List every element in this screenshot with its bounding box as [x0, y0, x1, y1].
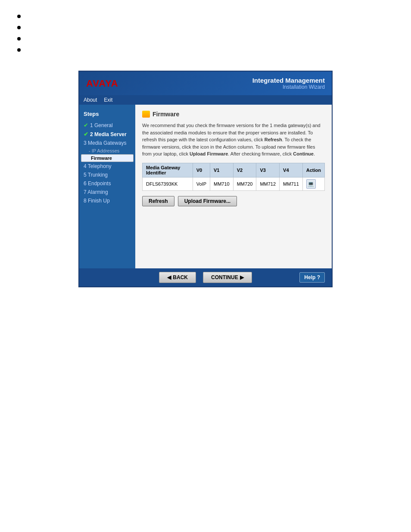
help-button[interactable]: Help ?: [299, 272, 325, 283]
desc-continue-bold: Continue: [293, 151, 314, 156]
table-row: DFLS67393KK VoIP MM710 MM720 MM712 MM711…: [143, 177, 325, 190]
check-icon-1: ✔: [84, 122, 88, 128]
cell-v0: VoIP: [193, 177, 210, 190]
substep-firmware-label: Firmware: [91, 156, 112, 161]
wizard-container: AVAYA Integrated Management Installation…: [78, 71, 333, 287]
continue-label: CONTINUE: [211, 274, 238, 280]
step-3-label: 3 Media Gateways: [84, 140, 126, 146]
wizard-header: AVAYA Integrated Management Installation…: [79, 72, 332, 95]
bullet-item-2: [17, 24, 394, 29]
avaya-logo: AVAYA: [86, 78, 118, 89]
cell-v4: MM711: [280, 177, 303, 190]
section-heading: Firmware: [153, 111, 179, 118]
back-button[interactable]: ◀ BACK: [159, 272, 196, 283]
section-title-row: Firmware: [142, 111, 325, 118]
sidebar-step-telephony[interactable]: 4 Telephony: [79, 162, 135, 171]
wizard-title: Integrated Management Installation Wizar…: [252, 77, 325, 90]
continue-button[interactable]: CONTINUE ▶: [203, 272, 252, 283]
wizard-nav: About Exit: [79, 95, 332, 105]
bullet-dot: [17, 15, 21, 18]
cell-v3: MM712: [256, 177, 280, 190]
cell-v1: MM710: [210, 177, 234, 190]
sidebar-step-trunking[interactable]: 5 Trunking: [79, 171, 135, 179]
firmware-folder-icon: [142, 111, 150, 118]
step-1-label: 1 General: [90, 122, 113, 128]
wizard-body: Steps ✔ 1 General ✔ 2 Media Server 3 Med…: [79, 105, 332, 268]
col-v4: V4: [280, 163, 303, 177]
col-v2: V2: [233, 163, 256, 177]
bullet-item-1: [17, 13, 394, 18]
cell-action: 💻: [302, 177, 324, 190]
desc-upload-bold: Upload Firmware: [190, 151, 228, 156]
col-action: Action: [302, 163, 324, 177]
sidebar-step-alarming[interactable]: 7 Alarming: [79, 188, 135, 196]
firmware-table: Media Gateway Identifier V0 V1 V2 V3 V4 …: [142, 163, 325, 191]
wizard-footer: ◀ BACK CONTINUE ▶ Help ?: [79, 268, 332, 286]
refresh-button[interactable]: Refresh: [142, 196, 174, 206]
firmware-check-icon[interactable]: 💻: [306, 179, 316, 189]
nav-exit[interactable]: Exit: [104, 97, 112, 103]
title-main: Integrated Management: [252, 77, 325, 84]
button-row: Refresh Upload Firmware...: [142, 196, 325, 206]
continue-arrow-icon: ▶: [240, 274, 244, 280]
step-4-label: 4 Telephony: [84, 163, 112, 169]
upload-firmware-button[interactable]: Upload Firmware...: [178, 196, 237, 206]
step-8-label: 8 Finish Up: [84, 198, 110, 204]
bullet-dot-2: [17, 26, 21, 29]
check-icon-2: ✔: [84, 131, 88, 137]
step-6-label: 6 Endpoints: [84, 180, 111, 187]
nav-about[interactable]: About: [84, 97, 97, 103]
sidebar-title: Steps: [79, 109, 135, 121]
back-arrow-icon: ◀: [167, 274, 171, 280]
desc-period: .: [314, 151, 315, 156]
bullet-item-4: [17, 47, 394, 52]
col-v3: V3: [256, 163, 280, 177]
sidebar-step-endpoints[interactable]: 6 Endpoints: [79, 179, 135, 188]
sidebar-step-finish[interactable]: 8 Finish Up: [79, 196, 135, 205]
step-7-label: 7 Alarming: [84, 189, 108, 195]
substep-ip-label: - IP Addresses: [89, 148, 119, 153]
step-5-label: 5 Trunking: [84, 172, 108, 178]
sidebar-substep-firmware[interactable]: Firmware: [81, 154, 134, 162]
cell-v2: MM720: [233, 177, 256, 190]
step-2-label: 2 Media Server: [90, 131, 127, 137]
description-paragraph: We recommend that you check the firmware…: [142, 122, 325, 158]
col-identifier: Media Gateway Identifier: [143, 163, 193, 177]
bullet-dot-3: [17, 37, 21, 40]
col-v1: V1: [210, 163, 234, 177]
desc-refresh-bold: Refresh: [265, 137, 282, 142]
wizard-sidebar: Steps ✔ 1 General ✔ 2 Media Server 3 Med…: [79, 105, 135, 268]
cell-identifier: DFLS67393KK: [143, 177, 193, 190]
back-label: BACK: [173, 274, 188, 280]
sidebar-step-media-server[interactable]: ✔ 2 Media Server: [79, 130, 135, 139]
col-v0: V0: [193, 163, 210, 177]
wizard-main: Firmware We recommend that you check the…: [135, 105, 332, 268]
sidebar-substep-ip[interactable]: - IP Addresses: [79, 147, 135, 154]
desc-text-3: . After checking firmware, click: [228, 151, 293, 156]
sidebar-step-general[interactable]: ✔ 1 General: [79, 121, 135, 130]
title-sub: Installation Wizard: [252, 84, 325, 90]
bullet-item-3: [17, 35, 394, 40]
bullet-section: [0, 0, 411, 66]
sidebar-step-media-gateways[interactable]: 3 Media Gateways: [79, 139, 135, 147]
bullet-dot-4: [17, 48, 21, 52]
